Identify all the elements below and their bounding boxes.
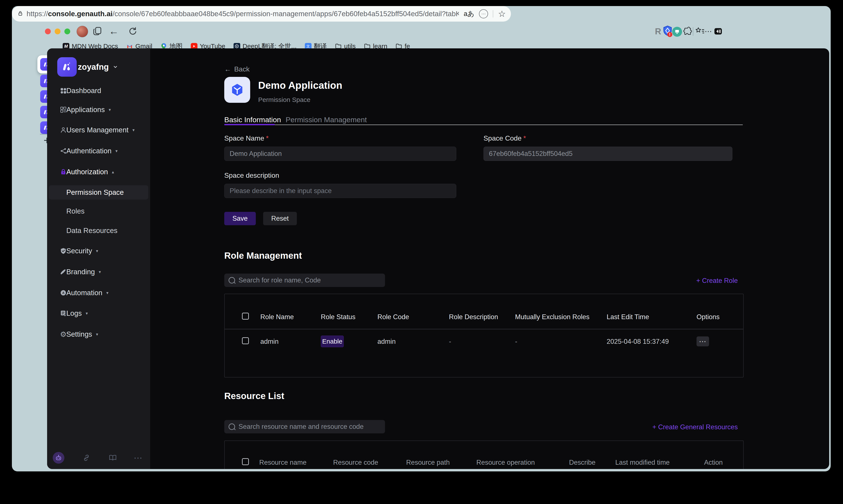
row-options-button[interactable]: ⋯: [697, 337, 709, 346]
user-icon: [59, 126, 67, 134]
back-button[interactable]: ←: [109, 26, 119, 36]
workspace-name: zoyafng: [78, 62, 109, 72]
sidebar-item-automation[interactable]: A Automation▾: [47, 286, 150, 300]
column-header: Mutually Exclusion Roles: [515, 313, 590, 321]
column-header: Resource path: [406, 458, 450, 466]
sidebar-item-permission-space[interactable]: Permission Space: [47, 185, 150, 199]
column-header: Last modified time: [615, 458, 670, 466]
role-management-title: Role Management: [224, 251, 302, 261]
select-all-checkbox[interactable]: [242, 313, 249, 320]
profile-avatar[interactable]: [76, 26, 88, 37]
app-icon: [224, 77, 250, 103]
web-page: zoyafng Dashboard Applications▾ Users Ma…: [47, 48, 829, 469]
docs-book-icon[interactable]: [107, 452, 119, 464]
sidebar-item-applications[interactable]: Applications▾: [47, 103, 150, 117]
dashboard-icon: [59, 87, 67, 94]
site-lock-icon[interactable]: [17, 10, 23, 18]
mutually-exclusion-cell: -: [515, 338, 517, 345]
space-description-input[interactable]: [224, 184, 456, 198]
row-checkbox[interactable]: [242, 337, 249, 344]
role-name-cell: admin: [260, 338, 279, 345]
sidebar-item-data-resources[interactable]: Data Resources: [47, 223, 150, 238]
resource-search[interactable]: [224, 420, 385, 433]
space-description-label: Space description: [224, 172, 279, 179]
automation-icon: A: [59, 289, 67, 296]
url-text: https://console.genauth.ai/console/67eb6…: [27, 10, 459, 18]
sidebar-more-icon[interactable]: ⋯: [133, 452, 144, 464]
role-search[interactable]: [224, 274, 385, 287]
sidebar-item-security[interactable]: Security▾: [47, 244, 150, 258]
reset-button[interactable]: Reset: [263, 212, 297, 225]
address-bar[interactable]: https://console.genauth.ai/console/67eb6…: [12, 6, 511, 22]
browser-window: ← https://console.genauth.ai/console/67e…: [12, 6, 831, 471]
sidebar-item-branding[interactable]: Branding▾: [47, 265, 150, 279]
bookmark-star-icon[interactable]: ☆: [498, 9, 506, 19]
close-button[interactable]: [45, 29, 51, 34]
svg-text:!: !: [669, 32, 670, 37]
column-header: Resource code: [333, 458, 378, 466]
link-icon[interactable]: [81, 452, 92, 464]
svg-text:A: A: [62, 291, 64, 294]
extension-r-icon[interactable]: R: [653, 26, 664, 37]
tab-stack-icon[interactable]: [92, 26, 103, 36]
table-divider: [225, 329, 743, 329]
extensions-puzzle-icon[interactable]: [683, 26, 693, 37]
extension-shield-icon[interactable]: !: [662, 26, 673, 37]
resources-table: Resource name Resource code Resource pat…: [224, 440, 744, 469]
browser-more-icon[interactable]: ⋯: [703, 26, 714, 37]
create-general-resources-link[interactable]: + Create General Resources: [652, 423, 738, 431]
select-all-checkbox[interactable]: [242, 458, 249, 465]
share-nodes-icon: [59, 147, 67, 155]
sidebar-item-roles[interactable]: Roles: [47, 204, 150, 218]
shield-check-icon: [59, 247, 67, 255]
roles-table: Role Name Role Status Role Code Role Des…: [224, 294, 744, 377]
sidebar-item-settings[interactable]: ⚙ Settings▾: [47, 327, 150, 341]
tab-basic-information[interactable]: Basic Information: [224, 115, 281, 124]
workspace-switcher[interactable]: zoyafng: [78, 61, 118, 73]
logs-icon: [59, 310, 67, 317]
tab-rule: [224, 125, 743, 125]
extension-monitor-icon[interactable]: [672, 27, 682, 37]
gear-icon: ⚙: [59, 330, 67, 338]
sidebar-toggle-icon[interactable]: [713, 26, 723, 37]
column-header: Action: [704, 458, 723, 466]
column-header: Options: [697, 313, 720, 321]
active-tab-underline: [224, 124, 275, 125]
tab-permission-management[interactable]: Permission Management: [286, 115, 367, 124]
search-icon: [229, 424, 235, 430]
toolbar-divider: [693, 27, 693, 36]
role-search-input[interactable]: [238, 276, 381, 284]
save-button[interactable]: Save: [224, 212, 256, 225]
sidebar-item-users-management[interactable]: Users Management▾: [47, 123, 150, 137]
sidebar-item-authorization[interactable]: Authorization▴: [47, 165, 150, 179]
sidebar-item-dashboard[interactable]: Dashboard: [47, 84, 150, 98]
refresh-button[interactable]: [127, 26, 138, 36]
minimize-button[interactable]: [55, 29, 60, 34]
workspace-logo[interactable]: [57, 57, 77, 77]
page-title: Demo Application: [258, 79, 342, 91]
create-role-link[interactable]: + Create Role: [696, 277, 738, 285]
pill-divider: [493, 10, 493, 18]
column-header: Resource name: [259, 458, 306, 466]
space-name-input[interactable]: [224, 147, 456, 161]
zoom-button[interactable]: [64, 29, 70, 34]
status-badge: Enable: [321, 336, 344, 347]
required-asterisk: *: [266, 134, 268, 142]
back-arrow-icon: ←: [224, 65, 231, 73]
sidebar-item-logs[interactable]: Logs▾: [47, 306, 150, 321]
required-asterisk: *: [523, 134, 526, 142]
resource-search-input[interactable]: [238, 422, 381, 431]
back-link[interactable]: ←Back: [224, 65, 249, 73]
resource-list-title: Resource List: [224, 391, 284, 401]
sidebar-item-authentication[interactable]: Authentication▾: [47, 144, 150, 158]
space-code-input[interactable]: [484, 147, 732, 161]
translate-icon[interactable]: aあ: [463, 9, 474, 18]
lock-icon: [59, 168, 67, 176]
ai-assistant-icon[interactable]: [53, 452, 64, 464]
chevron-down-icon: [112, 64, 118, 70]
space-code-label: Space Code*: [484, 134, 526, 142]
search-icon: [229, 277, 235, 284]
role-code-cell: admin: [377, 338, 396, 345]
page-actions-icon[interactable]: ⋯: [479, 9, 488, 18]
column-header: Role Description: [449, 313, 498, 321]
